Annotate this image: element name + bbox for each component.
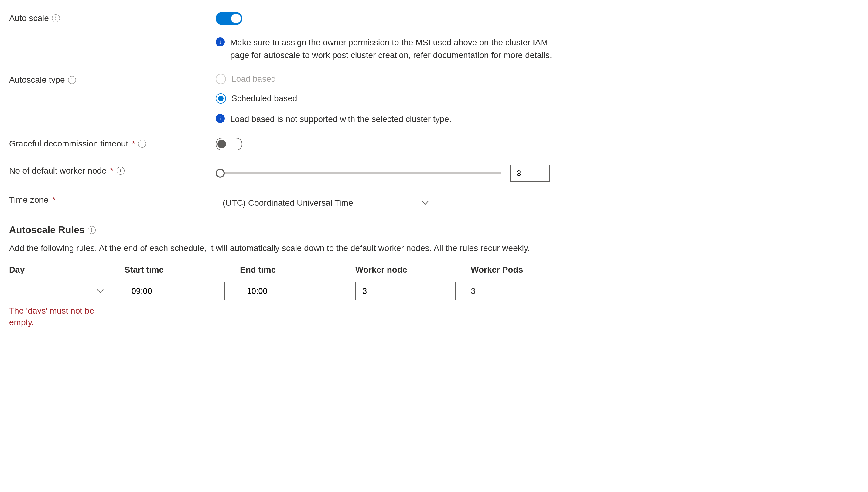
info-icon[interactable]: i	[138, 140, 146, 148]
autoscale-type-label: Autoscale type i	[9, 74, 216, 85]
worker-node-slider[interactable]	[216, 168, 501, 178]
default-worker-node-label-text: No of default worker node	[9, 166, 107, 176]
toggle-knob	[231, 14, 241, 23]
rules-table-header: Day Start time End time Worker node Work…	[9, 265, 859, 282]
chevron-down-icon	[422, 201, 428, 205]
radio-circle	[216, 74, 226, 84]
end-time-input[interactable]	[240, 282, 340, 300]
cell-day: The 'days' must not be empty.	[9, 282, 125, 328]
graceful-decommission-toggle[interactable]	[216, 138, 242, 150]
autoscale-type-radio-group: Load based Scheduled based i Load based …	[216, 74, 859, 125]
cell-worker-pods: 3	[471, 282, 586, 296]
slider-thumb[interactable]	[216, 169, 225, 178]
time-zone-value: (UTC) Coordinated Universal Time	[222, 198, 353, 208]
info-icon[interactable]: i	[52, 14, 60, 22]
graceful-decommission-label-text: Graceful decommission timeout	[9, 139, 128, 149]
graceful-decommission-row: Graceful decommission timeout * i	[9, 138, 859, 152]
th-worker-pods: Worker Pods	[471, 265, 586, 282]
info-icon[interactable]: i	[88, 226, 96, 234]
radio-dot	[218, 96, 223, 101]
time-zone-controls: (UTC) Coordinated Universal Time	[216, 194, 859, 212]
time-zone-row: Time zone * (UTC) Coordinated Universal …	[9, 194, 859, 212]
chevron-down-icon	[97, 289, 104, 293]
worker-node-input[interactable]	[356, 282, 455, 300]
autoscale-type-load-based: Load based	[216, 74, 859, 84]
worker-node-input[interactable]	[510, 165, 550, 182]
autoscale-type-warning-text: Load based is not supported with the sel…	[230, 113, 451, 125]
auto-scale-row: Auto scale i i Make sure to assign the o…	[9, 12, 859, 62]
autoscale-rules-table: Day Start time End time Worker node Work…	[9, 265, 859, 328]
th-end-time: End time	[240, 265, 356, 282]
start-time-input[interactable]	[125, 282, 225, 300]
toggle-knob	[217, 140, 226, 148]
slider-track	[216, 172, 501, 174]
worker-pods-value: 3	[471, 282, 574, 296]
info-icon[interactable]: i	[68, 76, 76, 84]
th-day: Day	[9, 265, 125, 282]
auto-scale-label-text: Auto scale	[9, 14, 49, 23]
auto-scale-toggle[interactable]	[216, 12, 242, 25]
cell-worker-node	[356, 282, 471, 300]
autoscale-rules-description: Add the following rules. At the end of e…	[9, 242, 568, 254]
time-zone-select[interactable]: (UTC) Coordinated Universal Time	[216, 194, 434, 212]
graceful-decommission-controls	[216, 138, 859, 152]
required-asterisk: *	[132, 139, 135, 149]
autoscale-rules-title: Autoscale Rules	[9, 224, 85, 236]
th-worker-node: Worker node	[356, 265, 471, 282]
th-start-time: Start time	[125, 265, 240, 282]
auto-scale-info-text: Make sure to assign the owner permission…	[230, 36, 562, 62]
radio-circle	[216, 93, 226, 104]
default-worker-node-controls	[216, 165, 859, 182]
radio-label-scheduled: Scheduled based	[231, 94, 297, 103]
cell-start-time	[125, 282, 240, 300]
worker-node-slider-row	[216, 165, 859, 182]
autoscale-type-scheduled-based[interactable]: Scheduled based	[216, 93, 859, 104]
default-worker-node-label: No of default worker node * i	[9, 165, 216, 176]
auto-scale-controls: i Make sure to assign the owner permissi…	[216, 12, 859, 62]
auto-scale-label: Auto scale i	[9, 12, 216, 23]
required-asterisk: *	[110, 166, 113, 176]
autoscale-type-label-text: Autoscale type	[9, 75, 65, 85]
info-icon: i	[216, 38, 225, 47]
autoscale-type-row: Autoscale type i Load based Scheduled ba…	[9, 74, 859, 125]
day-error-message: The 'days' must not be empty.	[9, 305, 106, 328]
auto-scale-info-callout: i Make sure to assign the owner permissi…	[216, 36, 562, 62]
time-zone-label-text: Time zone	[9, 195, 49, 205]
info-icon: i	[216, 114, 225, 123]
info-icon[interactable]: i	[116, 167, 125, 175]
autoscale-type-warning: i Load based is not supported with the s…	[216, 113, 562, 125]
autoscale-type-controls: Load based Scheduled based i Load based …	[216, 74, 859, 125]
default-worker-node-row: No of default worker node * i	[9, 165, 859, 182]
radio-label-load: Load based	[231, 74, 276, 84]
day-select[interactable]	[9, 282, 109, 300]
time-zone-label: Time zone *	[9, 194, 216, 205]
required-asterisk: *	[52, 195, 56, 205]
graceful-decommission-label: Graceful decommission timeout * i	[9, 138, 216, 149]
cell-end-time	[240, 282, 356, 300]
autoscale-rules-header: Autoscale Rules i	[9, 224, 859, 236]
rules-table-row: The 'days' must not be empty. 3	[9, 282, 859, 328]
